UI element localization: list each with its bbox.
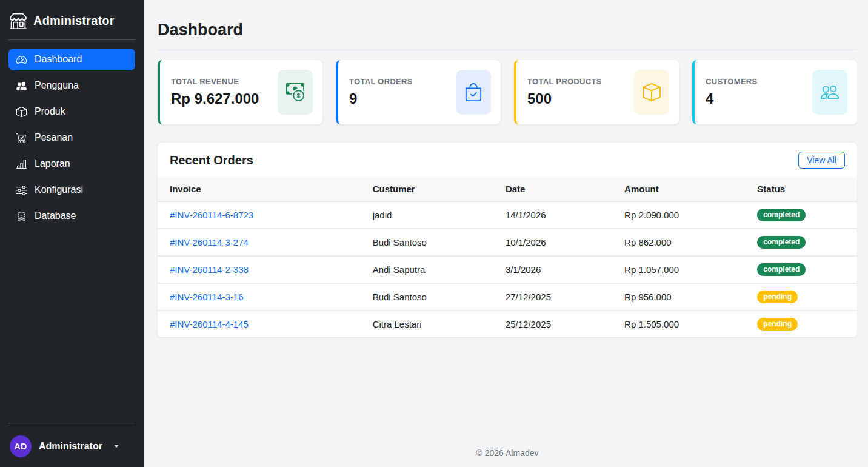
- sidebar-nav: Dashboard Pengguna Produk Pesanan Lapora…: [8, 49, 135, 231]
- customer-cell: Budi Santoso: [361, 283, 493, 311]
- sidebar-item-label: Pengguna: [35, 80, 79, 91]
- stat-value: Rp 9.627.000: [171, 90, 259, 107]
- amount-cell: Rp 956.000: [612, 283, 745, 311]
- table-row: #INV-260114-3-274 Budi Santoso 10/1/2026…: [158, 229, 857, 256]
- stat-value: 500: [527, 90, 602, 107]
- column-header-invoice: Invoice: [158, 177, 361, 201]
- box-icon: [16, 107, 27, 117]
- column-header-amount: Amount: [612, 177, 745, 201]
- date-cell: 14/1/2026: [493, 201, 612, 229]
- table-header-row: Invoice Custumer Date Amount Status: [158, 177, 857, 201]
- sidebar-item-dashboard[interactable]: Dashboard: [8, 49, 135, 70]
- sidebar-item-label: Pesanan: [35, 132, 73, 143]
- cash-coin-icon: [278, 70, 313, 115]
- sidebar-footer-divider: [8, 423, 135, 423]
- table-row: #INV-260114-6-8723 jadid 14/1/2026 Rp 2.…: [158, 201, 857, 229]
- invoice-link[interactable]: #INV-260114-3-274: [170, 237, 249, 247]
- sidebar-item-label: Dashboard: [35, 54, 82, 65]
- avatar: AD: [10, 435, 32, 457]
- status-badge: completed: [757, 236, 806, 249]
- sidebar-item-konfigurasi[interactable]: Konfigurasi: [8, 179, 135, 201]
- user-menu[interactable]: AD Administrator: [8, 432, 135, 459]
- column-header-date: Date: [493, 177, 612, 201]
- customer-cell: jadid: [361, 201, 493, 229]
- bag-check-icon: [456, 70, 491, 115]
- sidebar-item-label: Konfigurasi: [35, 184, 83, 195]
- customer-cell: Andi Saputra: [361, 256, 493, 283]
- sidebar-item-database[interactable]: Database: [8, 205, 135, 227]
- stat-value: 9: [349, 90, 413, 107]
- sidebar-item-label: Database: [35, 210, 76, 221]
- brand-title: Administrator: [33, 14, 115, 28]
- page-footer: © 2026 Almadev: [158, 441, 857, 467]
- invoice-link[interactable]: #INV-260114-3-16: [170, 292, 243, 302]
- status-badge: completed: [757, 263, 806, 276]
- invoice-link[interactable]: #INV-260114-2-338: [170, 264, 249, 275]
- amount-cell: Rp 862.000: [612, 229, 745, 256]
- orders-table: Invoice Custumer Date Amount Status #INV…: [158, 177, 857, 337]
- sidebar-divider: [8, 39, 135, 40]
- page-title: Dashboard: [158, 21, 857, 39]
- invoice-link[interactable]: #INV-260114-6-8723: [170, 210, 253, 220]
- status-badge: pending: [757, 318, 798, 331]
- column-header-status: Status: [745, 177, 857, 201]
- customer-cell: Budi Santoso: [361, 229, 493, 256]
- user-name: Administrator: [39, 441, 102, 452]
- date-cell: 25/12/2025: [493, 311, 612, 337]
- sidebar-item-pesanan[interactable]: Pesanan: [8, 127, 135, 149]
- database-icon: [16, 211, 27, 221]
- sidebar-item-pengguna[interactable]: Pengguna: [8, 75, 135, 96]
- table-row: #INV-260114-3-16 Budi Santoso 27/12/2025…: [158, 283, 857, 311]
- sidebar-item-label: Produk: [35, 106, 65, 117]
- brand: Administrator: [8, 11, 135, 30]
- stat-value: 4: [706, 90, 758, 107]
- speedometer-icon: [16, 55, 27, 65]
- recent-orders-card: Recent Orders View All Invoice Custumer …: [158, 143, 857, 337]
- stat-label: TOTAL REVENUE: [171, 77, 259, 86]
- sidebar-item-produk[interactable]: Produk: [8, 101, 135, 123]
- sidebar-item-laporan[interactable]: Laporan: [8, 153, 135, 175]
- sliders-icon: [16, 185, 27, 195]
- stat-card-customers: CUSTOMERS 4: [692, 60, 857, 124]
- customer-cell: Citra Lestari: [361, 311, 493, 337]
- table-row: #INV-260114-4-145 Citra Lestari 25/12/20…: [158, 311, 857, 337]
- chevron-down-icon: [114, 445, 119, 448]
- amount-cell: Rp 2.090.000: [612, 201, 745, 229]
- amount-cell: Rp 1.505.000: [612, 311, 745, 337]
- stat-card-total-revenue: TOTAL REVENUE Rp 9.627.000: [158, 60, 322, 124]
- shop-icon: [10, 12, 27, 29]
- sidebar-footer: AD Administrator: [8, 414, 135, 459]
- cart-check-icon: [16, 133, 27, 143]
- bar-chart-icon: [16, 159, 27, 169]
- column-header-customer: Custumer: [361, 177, 493, 201]
- date-cell: 27/12/2025: [493, 283, 612, 311]
- invoice-link[interactable]: #INV-260114-4-145: [170, 319, 249, 329]
- table-row: #INV-260114-2-338 Andi Saputra 3/1/2026 …: [158, 256, 857, 283]
- recent-orders-title: Recent Orders: [170, 153, 253, 167]
- main-content: Dashboard TOTAL REVENUE Rp 9.627.000 TOT…: [144, 0, 868, 467]
- recent-orders-header: Recent Orders View All: [158, 143, 857, 177]
- date-cell: 10/1/2026: [493, 229, 612, 256]
- title-divider: [158, 50, 857, 50]
- status-badge: pending: [757, 291, 798, 303]
- people-icon: [812, 70, 847, 115]
- stats-row: TOTAL REVENUE Rp 9.627.000 TOTAL ORDERS …: [158, 60, 857, 124]
- sidebar-item-label: Laporan: [35, 158, 70, 169]
- box-icon: [634, 70, 669, 115]
- stat-label: CUSTOMERS: [706, 77, 758, 86]
- date-cell: 3/1/2026: [493, 256, 612, 283]
- status-badge: completed: [757, 209, 806, 221]
- stat-card-total-products: TOTAL PRODUCTS 500: [514, 60, 679, 124]
- people-icon: [16, 81, 27, 91]
- view-all-button[interactable]: View All: [798, 152, 845, 169]
- stat-label: TOTAL ORDERS: [349, 77, 413, 86]
- stat-card-total-orders: TOTAL ORDERS 9: [336, 60, 501, 124]
- sidebar: Administrator Dashboard Pengguna Produk: [0, 0, 144, 467]
- amount-cell: Rp 1.057.000: [612, 256, 745, 283]
- stat-label: TOTAL PRODUCTS: [527, 77, 602, 86]
